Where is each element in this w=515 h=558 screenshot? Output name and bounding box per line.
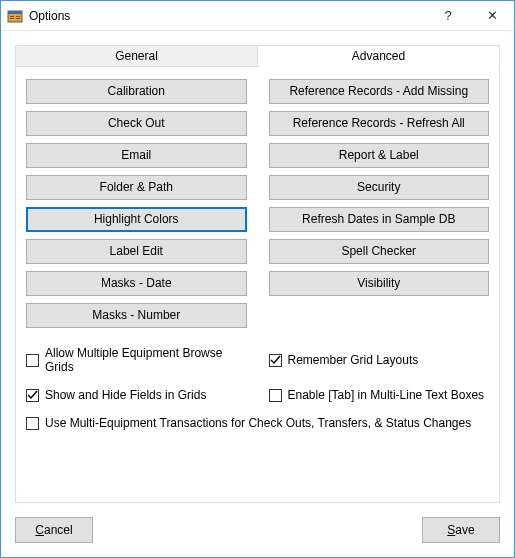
footer-spacer: [101, 517, 414, 543]
checkbox-label: Show and Hide Fields in Grids: [45, 388, 206, 402]
page-body: General Advanced Calibration Reference R…: [1, 31, 514, 557]
visibility-button[interactable]: Visibility: [269, 271, 490, 296]
tab-advanced[interactable]: Advanced: [258, 45, 500, 67]
checkbox-icon: [26, 354, 39, 367]
option-button-grid: Calibration Reference Records - Add Miss…: [26, 79, 489, 328]
report-label-button[interactable]: Report & Label: [269, 143, 490, 168]
app-icon: [7, 8, 23, 24]
close-button[interactable]: ✕: [470, 1, 514, 30]
email-button[interactable]: Email: [26, 143, 247, 168]
cancel-mnemonic: C: [35, 523, 44, 537]
allow-multiple-checkbox[interactable]: Allow Multiple Equipment Browse Grids: [26, 346, 247, 374]
security-button[interactable]: Security: [269, 175, 490, 200]
empty-cell: [269, 303, 490, 328]
cancel-button[interactable]: Cancel: [15, 517, 93, 543]
checkbox-label: Use Multi-Equipment Transactions for Che…: [45, 416, 471, 430]
tabs: General Advanced: [15, 45, 500, 67]
window-title: Options: [29, 9, 426, 23]
checkbox-label: Enable [Tab] in Multi-Line Text Boxes: [288, 388, 485, 402]
calibration-button[interactable]: Calibration: [26, 79, 247, 104]
svg-rect-2: [10, 16, 14, 17]
svg-rect-1: [8, 11, 22, 14]
enable-tab-checkbox[interactable]: Enable [Tab] in Multi-Line Text Boxes: [269, 388, 490, 402]
use-multi-equipment-checkbox[interactable]: Use Multi-Equipment Transactions for Che…: [26, 416, 489, 430]
label-edit-button[interactable]: Label Edit: [26, 239, 247, 264]
svg-rect-5: [16, 18, 20, 19]
checkbox-icon: [26, 389, 39, 402]
checkbox-icon: [269, 354, 282, 367]
highlight-colors-button[interactable]: Highlight Colors: [26, 207, 247, 232]
check-out-button[interactable]: Check Out: [26, 111, 247, 136]
folder-path-button[interactable]: Folder & Path: [26, 175, 247, 200]
cancel-rest: ancel: [44, 523, 73, 537]
masks-number-button[interactable]: Masks - Number: [26, 303, 247, 328]
checkbox-label: Remember Grid Layouts: [288, 353, 419, 367]
refresh-dates-button[interactable]: Refresh Dates in Sample DB: [269, 207, 490, 232]
tab-general[interactable]: General: [15, 45, 258, 67]
reference-refresh-all-button[interactable]: Reference Records - Refresh All: [269, 111, 490, 136]
spell-checker-button[interactable]: Spell Checker: [269, 239, 490, 264]
save-rest: ave: [455, 523, 474, 537]
masks-date-button[interactable]: Masks - Date: [26, 271, 247, 296]
checkbox-label: Allow Multiple Equipment Browse Grids: [45, 346, 247, 374]
checkbox-icon: [269, 389, 282, 402]
show-hide-fields-checkbox[interactable]: Show and Hide Fields in Grids: [26, 388, 247, 402]
title-controls: ? ✕: [426, 1, 514, 30]
remember-grid-checkbox[interactable]: Remember Grid Layouts: [269, 346, 490, 374]
footer: Cancel Save: [15, 503, 500, 543]
reference-add-missing-button[interactable]: Reference Records - Add Missing: [269, 79, 490, 104]
svg-rect-4: [16, 16, 20, 17]
save-button[interactable]: Save: [422, 517, 500, 543]
titlebar: Options ? ✕: [1, 1, 514, 31]
advanced-panel: Calibration Reference Records - Add Miss…: [15, 67, 500, 503]
checkbox-grid: Allow Multiple Equipment Browse Grids Re…: [26, 346, 489, 430]
svg-rect-3: [10, 18, 14, 19]
help-button[interactable]: ?: [426, 1, 470, 30]
checkbox-icon: [26, 417, 39, 430]
